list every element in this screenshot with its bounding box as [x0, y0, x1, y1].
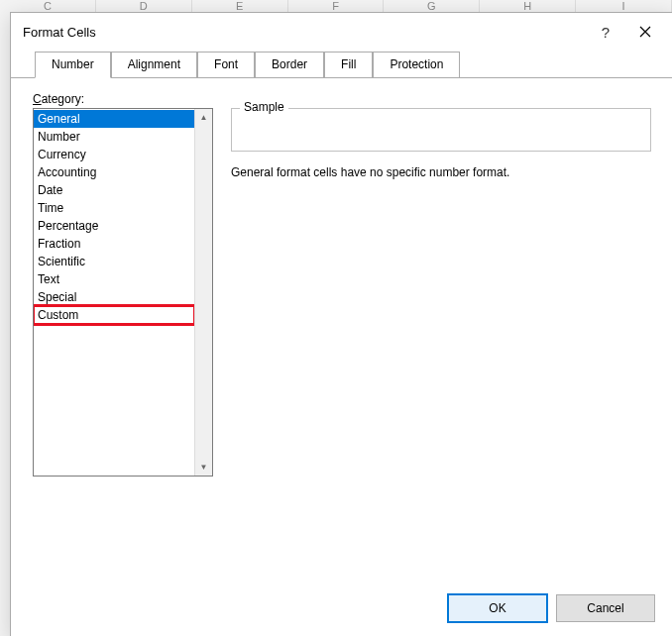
tab-strip: NumberAlignmentFontBorderFillProtection — [11, 51, 672, 78]
close-icon — [639, 26, 651, 38]
scroll-up-icon[interactable]: ▲ — [195, 109, 212, 126]
cancel-button[interactable]: Cancel — [556, 594, 655, 622]
category-label: Category: — [33, 92, 651, 106]
category-item-accounting[interactable]: Accounting — [34, 163, 194, 181]
category-listbox[interactable]: GeneralNumberCurrencyAccountingDateTimeP… — [33, 108, 213, 477]
category-item-scientific[interactable]: Scientific — [34, 253, 194, 270]
category-item-text[interactable]: Text — [34, 270, 194, 288]
category-item-time[interactable]: Time — [34, 199, 194, 217]
column-header[interactable]: H — [480, 0, 576, 12]
tab-border[interactable]: Border — [255, 52, 324, 77]
column-header[interactable]: D — [96, 0, 192, 12]
close-button[interactable] — [625, 17, 665, 47]
category-item-number[interactable]: Number — [34, 128, 194, 146]
column-header[interactable]: G — [384, 0, 480, 12]
ok-button[interactable]: OK — [447, 593, 548, 623]
sample-group: Sample — [231, 108, 651, 152]
category-accelerator: C — [33, 92, 42, 106]
category-item-currency[interactable]: Currency — [34, 146, 194, 163]
category-item-general[interactable]: General — [34, 110, 194, 128]
category-item-fraction[interactable]: Fraction — [34, 235, 194, 253]
tab-fill[interactable]: Fill — [324, 52, 373, 77]
category-list: GeneralNumberCurrencyAccountingDateTimeP… — [34, 109, 194, 476]
help-button[interactable]: ? — [586, 17, 625, 47]
column-header[interactable]: I — [576, 0, 672, 12]
dialog-titlebar: Format Cells ? — [11, 13, 672, 51]
category-item-date[interactable]: Date — [34, 181, 194, 199]
column-header[interactable]: E — [192, 0, 288, 12]
dialog-title: Format Cells — [19, 25, 586, 40]
format-description: General format cells have no specific nu… — [231, 165, 651, 179]
listbox-scrollbar[interactable]: ▲ ▼ — [194, 109, 212, 476]
category-item-special[interactable]: Special — [34, 288, 194, 306]
dialog-buttons: OK Cancel — [11, 580, 672, 636]
tab-font[interactable]: Font — [197, 52, 255, 77]
category-label-text: ategory: — [42, 92, 84, 106]
dialog-body: Category: GeneralNumberCurrencyAccountin… — [11, 78, 672, 580]
scroll-down-icon[interactable]: ▼ — [195, 459, 212, 476]
tab-number[interactable]: Number — [35, 52, 111, 78]
format-cells-dialog: Format Cells ? NumberAlignmentFontBorder… — [10, 12, 672, 636]
sample-label: Sample — [240, 100, 288, 114]
column-header[interactable]: C — [0, 0, 96, 12]
column-header[interactable]: F — [288, 0, 385, 12]
content-row: GeneralNumberCurrencyAccountingDateTimeP… — [33, 108, 651, 580]
category-item-percentage[interactable]: Percentage — [34, 217, 194, 235]
category-item-custom[interactable]: Custom — [34, 306, 194, 324]
tab-alignment[interactable]: Alignment — [111, 52, 197, 77]
tab-protection[interactable]: Protection — [373, 52, 460, 77]
right-pane: Sample General format cells have no spec… — [231, 108, 651, 580]
